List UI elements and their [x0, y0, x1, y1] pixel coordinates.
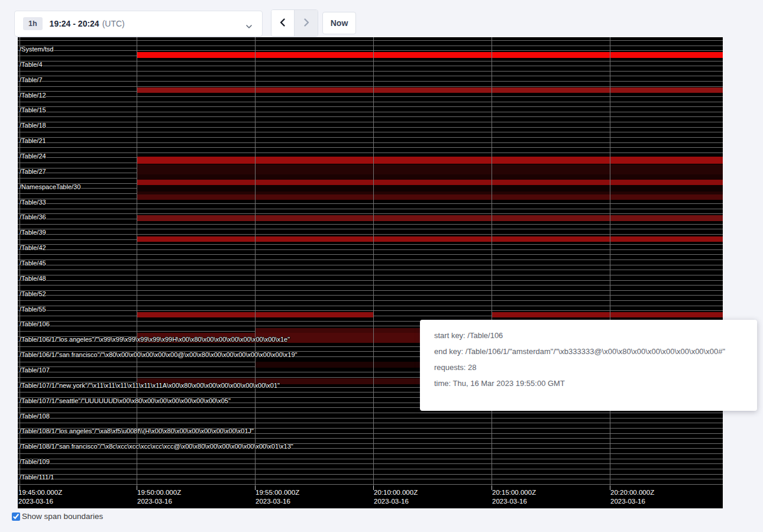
vertical-gridline [137, 37, 137, 486]
vertical-gridline [492, 37, 492, 486]
prev-time-button[interactable] [271, 10, 295, 36]
axis-tick-label: 19:55:00.000Z2023-03-16 [256, 488, 299, 506]
axis-tick-label: 20:10:00.000Z2023-03-16 [374, 488, 418, 506]
row-label: /System/tsd [20, 46, 53, 53]
row-label: /Table/12 [20, 92, 46, 99]
tooltip-line: start key: /Table/106 [434, 331, 757, 340]
vertical-gridline [255, 37, 256, 486]
row-label: /Table/109 [20, 458, 50, 465]
row-label: /Table/24 [20, 153, 46, 160]
row-label: /Table/36 [20, 213, 46, 220]
row-label: /Table/107/1/"seattle"/"UUUUUUD\x00\x80\… [20, 397, 231, 404]
row-label: /Table/106 [20, 320, 50, 327]
row-label: /Table/106/1/"los angeles"/"\x99\x99\x99… [20, 336, 290, 343]
row-label: /Table/18 [20, 122, 46, 129]
row-label: /Table/107 [20, 366, 50, 374]
heat-band[interactable] [137, 157, 723, 164]
time-range-badge: 1h [23, 17, 43, 30]
next-time-button[interactable] [295, 10, 318, 36]
row-label: /Table/108/1/"los angeles"/"\xa8\xf5\u00… [20, 427, 254, 434]
chevron-down-icon [245, 21, 253, 32]
row-label: /NamespaceTable/30 [20, 183, 80, 190]
time-range-select[interactable]: 1h 19:24 - 20:24 (UTC) [14, 11, 263, 37]
heat-band[interactable] [137, 236, 723, 242]
axis-tick-label: 20:15:00.000Z2023-03-16 [492, 488, 536, 506]
show-span-boundaries-checkbox[interactable] [12, 512, 20, 521]
heat-band[interactable] [137, 87, 723, 93]
heat-band[interactable] [137, 174, 723, 180]
heat-band[interactable] [492, 312, 723, 317]
row-label: /Table/108/1/"san francisco"/"\x8c\xcc\x… [20, 443, 293, 450]
heat-band[interactable] [137, 180, 723, 185]
row-label: /Table/107/1/"new york"/"\x11\x11\x11\x1… [20, 382, 280, 389]
row-label: /Table/4 [20, 61, 43, 68]
chevron-left-icon [279, 18, 287, 29]
span-tooltip: start key: /Table/106end key: /Table/106… [420, 320, 757, 411]
row-label: /Table/33 [20, 199, 46, 206]
heat-band[interactable] [137, 52, 723, 58]
heat-band[interactable] [137, 194, 723, 200]
time-nav-group [271, 9, 318, 37]
tooltip-line: requests: 28 [434, 363, 757, 372]
time-range-suffix: (UTC) [102, 19, 125, 28]
row-label: /Table/108 [20, 413, 50, 420]
vertical-gridline [610, 37, 610, 486]
chevron-right-icon [302, 18, 311, 29]
toolbar: 1h 19:24 - 20:24 (UTC) Now [0, 0, 763, 37]
row-label: /Table/39 [20, 229, 46, 236]
row-label: /Table/15 [20, 106, 46, 113]
vertical-gridline [373, 37, 374, 486]
row-label: /Table/48 [20, 275, 46, 282]
axis-tick-label: 20:20:00.000Z2023-03-16 [610, 488, 654, 506]
heat-band[interactable] [137, 185, 723, 192]
tooltip-line: end key: /Table/106/1/"amsterdam"/"\xb33… [434, 347, 757, 356]
footer-controls: Show span boundaries [12, 512, 103, 521]
row-label: /Table/21 [20, 137, 46, 144]
row-label: /Table/27 [20, 168, 46, 175]
key-visualizer-canvas[interactable]: /System/tsd/Table/4/Table/7/Table/12/Tab… [18, 37, 723, 508]
time-range-text: 19:24 - 20:24 [50, 19, 99, 28]
now-button[interactable]: Now [322, 12, 356, 34]
axis-tick-label: 19:45:00.000Z2023-03-16 [18, 488, 62, 506]
row-label: /Table/7 [20, 76, 43, 83]
row-label: /Table/42 [20, 244, 46, 251]
row-label: /Table/106/1/"san francisco"/"\x80\x00\x… [20, 351, 298, 358]
time-axis: 19:45:00.000Z2023-03-1619:50:00.000Z2023… [18, 486, 723, 508]
heatmap-rows-area: /System/tsd/Table/4/Table/7/Table/12/Tab… [18, 37, 723, 486]
row-label: /Table/55 [20, 306, 46, 313]
heat-band[interactable] [137, 215, 723, 221]
row-label: /Table/52 [20, 290, 46, 297]
row-label: /Table/45 [20, 259, 46, 267]
heat-band[interactable] [137, 164, 723, 174]
row-label: /Table/111/1 [20, 473, 54, 481]
tooltip-line: time: Thu, 16 Mar 2023 19:55:00 GMT [434, 379, 757, 388]
axis-tick-label: 19:50:00.000Z2023-03-16 [137, 488, 181, 506]
show-span-boundaries-label[interactable]: Show span boundaries [22, 512, 103, 521]
